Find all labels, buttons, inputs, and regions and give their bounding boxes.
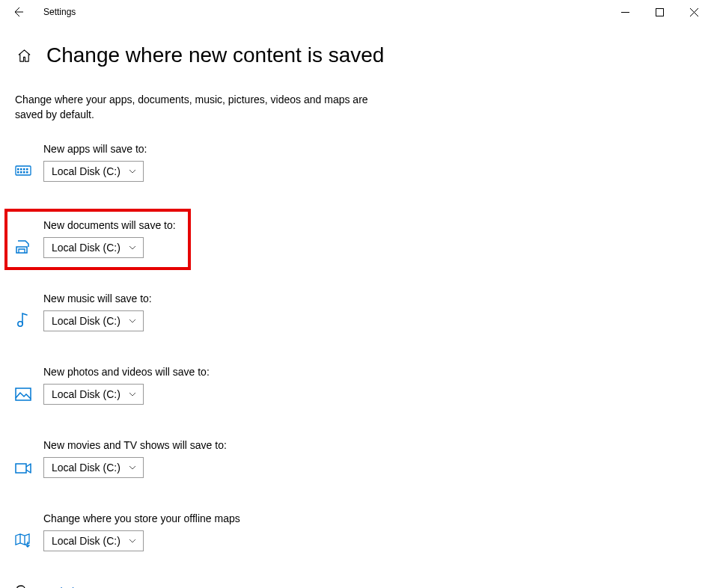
- dropdown-documents-value: Local Disk (C:): [52, 242, 120, 254]
- svg-rect-2: [16, 166, 31, 175]
- svg-rect-10: [26, 171, 28, 174]
- dropdown-photos-value: Local Disk (C:): [52, 388, 120, 400]
- svg-rect-7: [17, 171, 19, 174]
- svg-rect-8: [20, 171, 22, 174]
- page-header: Change where new content is saved: [15, 43, 696, 67]
- window-title: Settings: [43, 7, 76, 17]
- dropdown-music-value: Local Disk (C:): [52, 315, 120, 327]
- content-area: Change where new content is saved Change…: [0, 24, 711, 588]
- setting-row-music: New music will save to: Local Disk (C:): [15, 291, 696, 334]
- dropdown-maps[interactable]: Local Disk (C:): [43, 530, 144, 551]
- setting-label-maps: Change where you store your offline maps: [43, 512, 240, 524]
- dropdown-documents[interactable]: Local Disk (C:): [43, 237, 144, 258]
- dropdown-maps-value: Local Disk (C:): [52, 535, 120, 547]
- apps-icon: [15, 162, 31, 178]
- chevron-down-icon: [128, 390, 137, 399]
- documents-icon: [15, 238, 31, 254]
- help-icon: ?: [15, 584, 30, 588]
- svg-rect-5: [23, 168, 25, 171]
- dropdown-movies[interactable]: Local Disk (C:): [43, 457, 144, 478]
- highlight-documents: New documents will save to: Local Disk (…: [4, 209, 191, 270]
- title-bar: Settings: [0, 0, 711, 24]
- window-controls: [608, 0, 711, 24]
- dropdown-music[interactable]: Local Disk (C:): [43, 310, 144, 331]
- back-button[interactable]: [10, 6, 25, 18]
- photos-icon: [15, 385, 31, 401]
- help-row: ? Get help: [15, 584, 696, 588]
- chevron-down-icon: [128, 316, 137, 325]
- close-button[interactable]: [677, 0, 711, 24]
- svg-point-11: [18, 322, 22, 326]
- svg-rect-6: [26, 168, 28, 171]
- chevron-down-icon: [128, 243, 137, 252]
- home-icon[interactable]: [15, 49, 33, 63]
- dropdown-movies-value: Local Disk (C:): [52, 462, 120, 474]
- page-description: Change where your apps, documents, music…: [15, 93, 389, 122]
- dropdown-apps-value: Local Disk (C:): [52, 165, 120, 177]
- svg-rect-4: [20, 168, 22, 171]
- movies-icon: [15, 458, 31, 474]
- setting-label-music: New music will save to:: [43, 293, 152, 304]
- setting-label-movies: New movies and TV shows will save to:: [43, 439, 227, 451]
- maps-icon: [15, 531, 31, 548]
- page-title: Change where new content is saved: [46, 43, 384, 67]
- setting-row-documents: New documents will save to: Local Disk (…: [15, 219, 180, 258]
- svg-rect-1: [656, 8, 663, 16]
- music-icon: [15, 311, 31, 328]
- dropdown-apps[interactable]: Local Disk (C:): [43, 161, 144, 182]
- chevron-down-icon: [128, 536, 137, 545]
- setting-label-photos: New photos and videos will save to:: [43, 366, 210, 378]
- setting-row-photos: New photos and videos will save to: Loca…: [15, 364, 696, 408]
- setting-row-maps: Change where you store your offline maps…: [15, 511, 696, 554]
- setting-row-apps: New apps will save to: Local Disk (C:): [15, 141, 696, 185]
- svg-rect-13: [16, 464, 26, 473]
- chevron-down-icon: [128, 167, 137, 176]
- svg-rect-9: [23, 171, 25, 174]
- setting-row-movies: New movies and TV shows will save to: Lo…: [15, 438, 696, 481]
- setting-label-documents: New documents will save to:: [43, 219, 176, 231]
- svg-rect-3: [17, 168, 19, 171]
- svg-rect-12: [16, 388, 31, 400]
- chevron-down-icon: [128, 463, 137, 472]
- dropdown-photos[interactable]: Local Disk (C:): [43, 384, 144, 405]
- setting-label-apps: New apps will save to:: [43, 143, 147, 155]
- maximize-button[interactable]: [642, 0, 677, 24]
- minimize-button[interactable]: [608, 0, 642, 24]
